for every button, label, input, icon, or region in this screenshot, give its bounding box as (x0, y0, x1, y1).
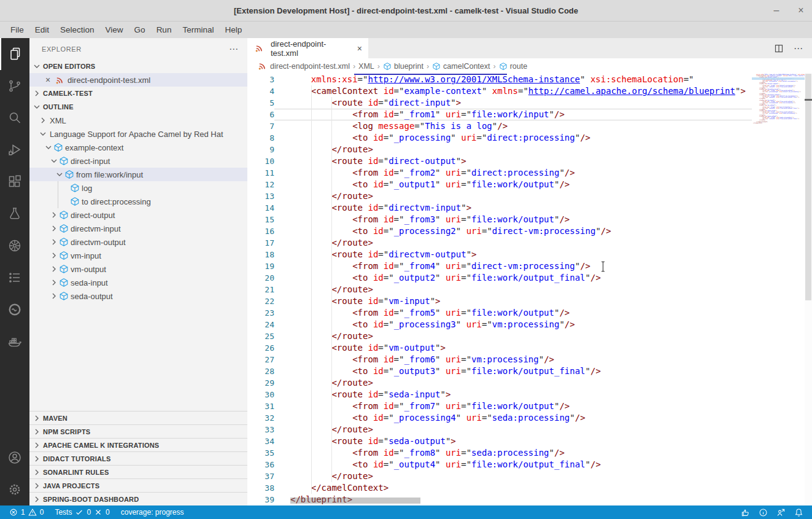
code-line-26[interactable]: 26 <route id="vm-output"> (247, 342, 752, 354)
chevron-right-icon[interactable] (49, 237, 59, 247)
section-sonarlint-rules[interactable]: SONARLINT RULES (29, 465, 247, 478)
code-line-30[interactable]: 30 <route id="seda-input"> (247, 389, 752, 400)
chevron-down-icon[interactable] (55, 170, 64, 179)
kubernetes-icon[interactable] (0, 230, 29, 262)
menu-edit[interactable]: Edit (29, 21, 55, 38)
menu-terminal[interactable]: Terminal (177, 21, 219, 38)
outline-item-to-direct-processing[interactable]: to direct:processing (29, 195, 247, 208)
folder-section-header[interactable]: CAMELK-TEST (29, 87, 247, 100)
close-window-button[interactable]: × (796, 5, 806, 16)
problems-indicator[interactable]: 1 0 (6, 505, 47, 519)
outline-item-directvm-output[interactable]: directvm-output (29, 235, 247, 249)
code-line-16[interactable]: 16 <to id="_processing2" uri="direct-vm:… (247, 225, 752, 237)
code-line-11[interactable]: 11 <from id="_from2" uri="direct:process… (247, 167, 752, 179)
chevron-right-icon[interactable] (49, 264, 59, 274)
outline-item-seda-output[interactable]: seda-output (29, 289, 247, 303)
minimize-button[interactable]: – (771, 5, 781, 16)
code-line-8[interactable]: 8 <to id="_processing" uri="direct:proce… (247, 132, 752, 144)
section-maven[interactable]: MAVEN (29, 411, 247, 424)
section-npm-scripts[interactable]: NPM SCRIPTS (29, 424, 247, 438)
chevron-right-icon[interactable] (38, 115, 48, 125)
code-line-28[interactable]: 28 <to id="_output3" uri="file:work/outp… (247, 365, 752, 377)
outline-header[interactable]: OUTLINE (29, 100, 247, 114)
outline-item-example-context[interactable]: example-context (29, 141, 247, 154)
coverage-indicator[interactable]: coverage: progress (118, 505, 187, 519)
split-editor-icon[interactable] (774, 44, 784, 53)
chevron-down-icon[interactable] (49, 156, 59, 166)
code-line-34[interactable]: 34 <route id="seda-output"> (247, 435, 752, 447)
code-line-19[interactable]: 19 <from id="_from4" uri="direct-vm:proc… (247, 260, 752, 272)
editor[interactable]: 3 xmlns:xsi="http://www.w3.org/2001/XMLS… (247, 74, 812, 505)
tests-beaker-icon[interactable] (0, 198, 29, 230)
docker-icon[interactable] (0, 326, 29, 357)
chevron-right-icon[interactable] (49, 291, 59, 301)
section-spring-boot-dashboard[interactable]: SPRING-BOOT DASHBOARD (29, 492, 247, 505)
code-line-23[interactable]: 23 <from id="_from5" uri="file:work/outp… (247, 307, 752, 319)
code-line-4[interactable]: 4 <camelContext id="example-context" xml… (247, 85, 752, 97)
info-icon[interactable] (759, 508, 768, 517)
code-line-33[interactable]: 33 </route> (247, 424, 752, 435)
code-line-10[interactable]: 10 <route id="direct-output"> (247, 155, 752, 167)
breadcrumb-camelcontext[interactable]: camelContext (432, 62, 490, 71)
chevron-down-icon[interactable] (38, 129, 48, 139)
tab-direct-endpoint-test[interactable]: direct-endpoint-test.xml × (247, 38, 368, 58)
explorer-more-actions-icon[interactable]: ⋯ (229, 44, 239, 55)
menu-view[interactable]: View (100, 21, 129, 38)
breadcrumb-direct-endpoint-test-xml[interactable]: direct-endpoint-test.xml (258, 61, 350, 71)
chevron-right-icon[interactable] (49, 251, 59, 260)
code-line-36[interactable]: 36 <to id="_output4" uri="file:work/outp… (247, 459, 752, 470)
code-line-35[interactable]: 35 <from id="_from8" uri="seda:processin… (247, 447, 752, 459)
feedback-thumbs-up-icon[interactable] (741, 508, 750, 517)
sonarlint-icon[interactable] (0, 294, 29, 326)
outline-item-vm-output[interactable]: vm-output (29, 262, 247, 276)
outline-item-from-file-work-input[interactable]: from file:work/input (29, 168, 247, 181)
code-line-7[interactable]: 7 <log message="This is a log"/> (247, 120, 752, 132)
code-line-38[interactable]: 38 </camelContext> (247, 482, 752, 494)
outline-item-vm-input[interactable]: vm-input (29, 249, 247, 262)
tests-indicator[interactable]: Tests 0 0 (52, 505, 112, 519)
code-line-9[interactable]: 9 </route> (247, 144, 752, 155)
breadcrumb-route[interactable]: route (499, 62, 528, 71)
section-java-projects[interactable]: JAVA PROJECTS (29, 478, 247, 492)
code-line-27[interactable]: 27 <from id="_from6" uri="vm:processing"… (247, 354, 752, 365)
chevron-down-icon[interactable] (44, 142, 53, 152)
outline-item-seda-input[interactable]: seda-input (29, 276, 247, 289)
code-line-17[interactable]: 17 </route> (247, 237, 752, 249)
code-line-25[interactable]: 25 </route> (247, 330, 752, 342)
code-line-15[interactable]: 15 <from id="_from3" uri="file:work/outp… (247, 214, 752, 225)
minimap[interactable]: xmlns:xsi="http://www.w3.org/2001/XMLSch… (752, 74, 805, 123)
run-and-debug-icon[interactable] (0, 134, 29, 166)
outline-item-direct-input[interactable]: direct-input (29, 154, 247, 168)
menu-help[interactable]: Help (219, 21, 247, 38)
menu-selection[interactable]: Selection (55, 21, 100, 38)
tab-close-icon[interactable]: × (357, 44, 362, 53)
vertical-scrollbar-thumb[interactable] (805, 74, 811, 300)
code-line-37[interactable]: 37 </route> (247, 470, 752, 482)
outline-item-direct-output[interactable]: direct-output (29, 208, 247, 222)
code-line-5[interactable]: 5 <route id="direct-input"> (247, 97, 752, 109)
code-line-29[interactable]: 29 </route> (247, 377, 752, 389)
outline-item-language-support-for-apache-camel-by-red-hat[interactable]: Language Support for Apache Camel by Red… (29, 127, 247, 141)
breadcrumb-blueprint[interactable]: blueprint (383, 62, 423, 71)
notifications-bell-icon[interactable] (794, 508, 803, 517)
code-line-32[interactable]: 32 <to id="_processing4" uri="seda:proce… (247, 412, 752, 424)
settings-gear-icon[interactable] (0, 474, 29, 505)
code-line-22[interactable]: 22 <route id="vm-input"> (247, 295, 752, 307)
open-editor-item[interactable]: × direct-endpoint-test.xml (29, 73, 247, 87)
code-line-18[interactable]: 18 <route id="directvm-output"> (247, 249, 752, 260)
horizontal-scrollbar-thumb[interactable] (290, 498, 420, 504)
code-line-20[interactable]: 20 <to id="_output2" uri="file:work/outp… (247, 272, 752, 284)
section-apache-camel-k-integrations[interactable]: APACHE CAMEL K INTEGRATIONS (29, 438, 247, 451)
account-icon[interactable] (0, 442, 29, 474)
search-icon[interactable] (0, 102, 29, 134)
code-line-21[interactable]: 21 </route> (247, 284, 752, 295)
source-control-icon[interactable] (0, 70, 29, 102)
close-editor-icon[interactable]: × (43, 75, 53, 85)
code-line-6[interactable]: 6 <from id="_from1" uri="file:work/input… (247, 109, 752, 120)
menu-file[interactable]: File (5, 21, 29, 38)
editor-more-actions-icon[interactable]: ⋯ (794, 43, 803, 54)
outline-item-log[interactable]: log (29, 181, 247, 195)
code-line-14[interactable]: 14 <route id="directvm-input"> (247, 202, 752, 214)
chevron-right-icon[interactable] (49, 278, 59, 287)
menu-go[interactable]: Go (129, 21, 151, 38)
